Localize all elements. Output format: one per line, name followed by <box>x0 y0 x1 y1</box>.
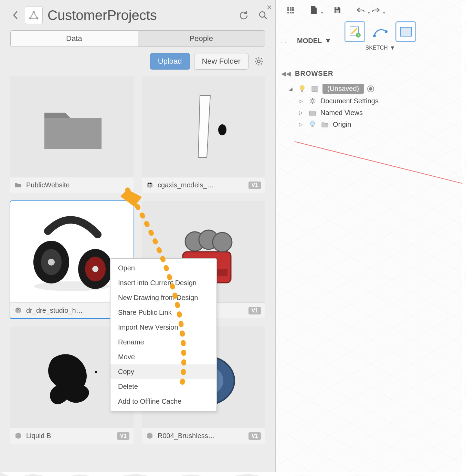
svg-point-20 <box>59 398 61 401</box>
upload-button[interactable]: Upload <box>150 53 190 70</box>
cube-icon <box>146 432 154 440</box>
grid-item-folder[interactable]: PublicWebsite <box>10 76 134 193</box>
tree-item-named-views[interactable]: ▷ Named Views <box>299 107 443 118</box>
ctx-move[interactable]: Move <box>110 350 216 364</box>
item-name: PublicWebsite <box>26 181 129 189</box>
project-title: CustomerProjects <box>47 8 230 23</box>
svg-rect-30 <box>292 7 294 9</box>
svg-point-22 <box>95 371 97 373</box>
folder-icon <box>308 108 317 117</box>
version-badge: V1 <box>248 182 261 189</box>
svg-rect-29 <box>290 7 292 9</box>
svg-rect-28 <box>287 7 289 9</box>
new-folder-button[interactable]: New Folder <box>194 53 248 70</box>
chevron-down-icon: ▼ <box>390 45 395 51</box>
svg-point-5 <box>257 60 260 63</box>
tree-label: Named Views <box>320 109 363 117</box>
ctx-offline-cache[interactable]: Add to Offline Cache <box>110 394 216 409</box>
tree-item-document-settings[interactable]: ▷ Document Settings <box>299 95 443 107</box>
ctx-share[interactable]: Share Public Link <box>110 305 216 320</box>
refresh-button[interactable] <box>238 10 249 21</box>
tab-data[interactable]: Data <box>11 31 138 46</box>
settings-gear-button[interactable] <box>253 55 265 68</box>
svg-point-42 <box>373 34 376 37</box>
svg-rect-47 <box>312 86 317 92</box>
gear-icon <box>308 96 317 105</box>
save-icon[interactable] <box>331 4 343 16</box>
lightbulb-icon[interactable] <box>308 120 317 129</box>
canvas-panel: ⋮⋮ MODEL ▼ + SKETCH <box>275 0 466 476</box>
action-row: Upload New Folder <box>0 47 275 76</box>
cube-icon <box>14 307 23 315</box>
ribbon-grip-icon[interactable]: ⋮⋮ <box>279 20 287 61</box>
svg-point-14 <box>92 266 98 272</box>
svg-text:+: + <box>357 33 360 38</box>
expander-icon[interactable]: ▷ <box>299 110 305 115</box>
workspace-label: MODEL <box>297 37 322 45</box>
tree-label: Origin <box>333 121 351 128</box>
svg-rect-33 <box>292 9 294 11</box>
svg-point-48 <box>311 100 314 102</box>
ctx-import[interactable]: Import New Version <box>110 320 216 335</box>
svg-marker-6 <box>198 95 210 157</box>
sketch-rectangle-tool[interactable] <box>396 22 415 41</box>
tree-item-origin[interactable]: ▷ Origin <box>299 118 443 130</box>
tree-root[interactable]: ◢ (Unsaved) <box>289 82 443 95</box>
svg-rect-35 <box>290 12 292 13</box>
item-name: Liquid B <box>26 432 114 440</box>
ribbon-group-sketch: + SKETCH ▼ <box>342 20 419 61</box>
active-component-radio[interactable] <box>367 85 374 92</box>
svg-line-4 <box>264 17 267 19</box>
cube-icon <box>146 181 154 189</box>
ctx-new-drawing[interactable]: New Drawing from Design <box>110 290 216 305</box>
tab-people[interactable]: People <box>138 31 265 46</box>
ctx-open[interactable]: Open <box>110 261 216 276</box>
browser-panel: ◀◀ BROWSER ◢ (Unsaved) ▷ Document Settin… <box>281 68 443 130</box>
back-button[interactable] <box>10 10 20 20</box>
svg-rect-32 <box>290 9 292 11</box>
grid-view-icon[interactable] <box>285 4 296 16</box>
ctx-rename[interactable]: Rename <box>110 335 216 350</box>
tree-label: Document Settings <box>320 97 379 105</box>
design-thumb <box>142 76 265 177</box>
ribbon-group-label[interactable]: SKETCH ▼ <box>366 45 395 51</box>
collapse-browser-icon[interactable]: ◀◀ <box>281 70 291 77</box>
svg-point-43 <box>385 30 388 33</box>
sketch-line-tool[interactable] <box>371 22 390 41</box>
ctx-insert[interactable]: Insert into Current Design <box>110 276 216 290</box>
expander-icon[interactable]: ◢ <box>289 86 294 92</box>
svg-point-7 <box>218 124 226 135</box>
expander-icon[interactable]: ▷ <box>299 98 305 104</box>
tabs: Data People <box>10 30 265 47</box>
ribbon: ⋮⋮ MODEL ▼ + SKETCH <box>279 20 463 61</box>
cube-icon <box>14 432 23 440</box>
workspace-dropdown[interactable]: MODEL ▼ <box>289 20 339 61</box>
folder-thumb <box>10 76 134 177</box>
ctx-delete[interactable]: Delete <box>110 379 216 394</box>
expander-icon[interactable]: ▷ <box>299 122 305 127</box>
context-menu: Open Insert into Current Design New Draw… <box>110 258 217 411</box>
svg-rect-37 <box>336 7 338 9</box>
quick-access-toolbar <box>281 2 385 18</box>
version-badge: V1 <box>248 432 261 440</box>
ctx-copy[interactable]: Copy <box>110 364 216 379</box>
close-panel-button[interactable]: × <box>267 2 272 13</box>
version-badge: V1 <box>248 307 261 314</box>
lightbulb-icon[interactable] <box>298 84 307 93</box>
folder-icon <box>320 120 329 129</box>
redo-icon[interactable] <box>370 4 382 16</box>
svg-rect-38 <box>336 10 339 13</box>
data-panel: × CustomerProjects Data People Upload Ne… <box>0 0 275 476</box>
browser-title: BROWSER <box>295 70 333 77</box>
svg-rect-50 <box>311 125 314 127</box>
data-panel-header: CustomerProjects <box>0 3 275 30</box>
chevron-down-icon: ▼ <box>325 37 331 45</box>
svg-point-3 <box>260 12 265 17</box>
grid-item-design[interactable]: cgaxis_models_… V1 <box>142 76 265 193</box>
svg-rect-36 <box>292 12 294 13</box>
svg-rect-46 <box>301 90 303 92</box>
create-sketch-tool[interactable]: + <box>345 22 364 41</box>
new-file-icon[interactable] <box>308 4 320 16</box>
svg-point-49 <box>310 121 315 126</box>
undo-icon[interactable] <box>355 4 367 16</box>
